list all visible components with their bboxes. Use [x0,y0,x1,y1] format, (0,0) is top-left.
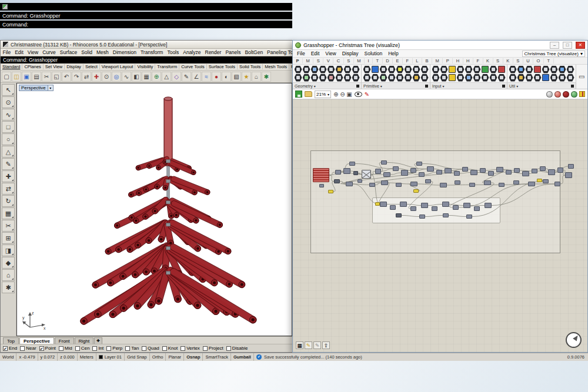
gh-category-tab-12[interactable]: L [413,58,422,63]
gh-category-tab-20[interactable]: S [493,58,503,63]
gh-category-tab-5[interactable]: S [344,58,354,63]
gh-component-icon[interactable] [465,66,473,73]
gh-node[interactable] [335,170,341,175]
osnap-disable[interactable]: Disable [226,346,248,351]
gh-node[interactable] [462,167,468,172]
rhino-side-icon-2[interactable]: ∿ [2,109,15,120]
rhino-toolbar-icon-18[interactable]: ✎ [182,72,191,82]
gh-component-icon[interactable] [473,74,481,82]
gh-node[interactable] [383,172,390,177]
gh-node[interactable] [557,167,563,173]
rhino-toolbar-icon-8[interactable]: ⇄ [82,72,91,82]
gh-category-tab-11[interactable]: F [403,58,413,63]
gh-category-tab-10[interactable]: E [393,58,403,63]
rhino-menu-boltgen[interactable]: BoltGen [243,49,265,55]
osnap-quad[interactable]: Quad [142,346,159,351]
rhino-toolbar-icon-5[interactable]: ◱ [52,72,61,82]
gh-component-icon[interactable] [380,74,387,82]
gh-node[interactable] [353,171,358,175]
rhino-perspective-viewport[interactable]: Perspective ▾ z x y [16,83,292,336]
gh-component-icon[interactable] [482,66,489,73]
rhino-toolbar-icon-16[interactable]: △ [162,72,171,82]
gh-component-icon[interactable] [490,74,497,82]
gh-component-icon[interactable] [432,66,440,73]
osnap-checkbox-perp[interactable] [106,346,111,351]
gh-component-icon[interactable] [295,66,302,73]
gh-component-icon[interactable] [440,66,448,73]
gh-component-icon[interactable] [542,66,550,73]
gh-component-icon[interactable] [363,66,371,73]
gh-category-tab-22[interactable]: S [513,58,523,63]
rhino-menu-panels[interactable]: Panels [223,49,243,55]
rhino-menu-edit[interactable]: Edit [13,49,26,55]
gh-component-icon[interactable] [482,74,489,82]
gh-node[interactable] [484,180,491,185]
osnap-checkbox-cen[interactable] [75,346,80,351]
gh-menu-display[interactable]: Display [339,51,362,56]
status-toggle-ortho[interactable]: Ortho [150,353,166,361]
gh-component-icon[interactable] [311,66,319,73]
gh-component-icon[interactable] [405,74,412,82]
rhino-side-icon-9[interactable]: ↻ [2,195,15,207]
category-more-icon[interactable] [571,85,574,88]
gh-category-tab-13[interactable]: B [422,58,432,63]
gh-node[interactable] [425,179,431,183]
viewport-tab-front[interactable]: Front [55,337,74,344]
rhino-menu-solid[interactable]: Solid [79,49,95,55]
gh-component-icon[interactable] [363,74,371,82]
rhino-menu-tools[interactable]: Tools [165,49,181,55]
gh-node[interactable] [565,172,572,178]
gh-category-tab-17[interactable]: H [463,58,473,63]
rhino-toolbar-icon-17[interactable]: ◇ [172,72,181,82]
gh-node[interactable] [349,162,355,166]
gh-node[interactable] [375,202,380,206]
rhino-side-icon-15[interactable]: ⌂ [2,269,15,281]
gh-menu-view[interactable]: View [322,51,339,56]
sketch-pen-icon[interactable]: ✎ [365,91,369,98]
toolbar-tab-transform[interactable]: Transform [155,64,179,69]
gh-component-icon[interactable] [465,74,473,82]
gh-node[interactable] [440,183,447,187]
gh-component-icon[interactable] [498,66,505,73]
gh-component-icon[interactable] [542,74,549,81]
rendered-preview-icon[interactable] [563,91,569,98]
display-icon[interactable]: ▭ [579,73,584,81]
rhino-menu-curve[interactable]: Curve [41,49,58,55]
gh-component-icon[interactable] [550,74,558,82]
gh-node[interactable] [401,170,408,176]
gh-component-icon[interactable] [405,66,412,73]
gh-component-icon[interactable] [534,74,542,82]
canvas-widget-icon-3[interactable]: ⇪ [322,341,330,349]
gh-category-tab-21[interactable]: K [503,58,513,63]
custom-preview-icon[interactable] [571,91,577,98]
rhino-toolbar-icon-13[interactable]: ◧ [132,72,141,82]
osnap-checkbox-tan[interactable] [125,346,130,351]
gh-category-tab-14[interactable]: M [432,58,443,63]
gh-node[interactable] [513,180,519,185]
gh-node[interactable] [381,180,388,185]
gh-component-icon[interactable] [517,66,525,73]
chevron-down-icon[interactable]: ▾ [314,84,316,88]
rhino-side-icon-14[interactable]: ◆ [2,257,15,269]
category-more-icon[interactable] [425,85,428,88]
rhino-side-icon-16[interactable]: ✱ [2,282,15,293]
gh-component-icon[interactable] [432,74,440,82]
gh-node[interactable] [334,179,340,183]
gh-component-icon[interactable] [473,66,481,73]
gh-component-icon[interactable] [509,66,517,73]
gh-component-icon[interactable] [526,66,533,73]
chevron-down-icon[interactable]: ▾ [380,84,382,88]
viewport-tab-perspective[interactable]: Perspective [19,337,54,344]
gh-component-icon[interactable] [413,74,420,82]
gh-component-icon[interactable] [449,74,456,81]
gh-node[interactable] [466,215,472,219]
gh-component-icon[interactable] [517,74,525,82]
gh-node[interactable] [463,203,470,208]
rhino-toolbar-icon-22[interactable]: ◐ [222,72,231,82]
grasshopper-canvas[interactable]: ▦✎✎⇪ [293,99,587,352]
rhino-toolbar-icon-1[interactable]: ◫ [12,72,21,82]
gh-menu-help[interactable]: Help [385,51,401,56]
zoom-select[interactable]: 21% ▾ [315,91,331,98]
gh-node[interactable] [469,183,475,187]
rhino-side-icon-8[interactable]: ⇄ [2,183,15,195]
